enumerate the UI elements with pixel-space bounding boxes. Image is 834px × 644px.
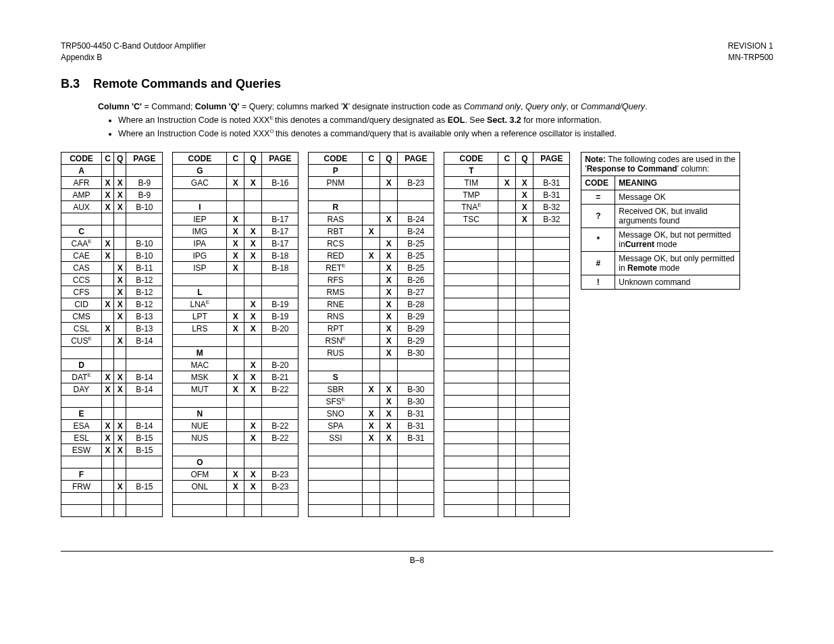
table-row: RSNEXB-29 <box>309 335 434 347</box>
page-cell: B-13 <box>126 323 163 335</box>
intro-bullet-2: Where an Instruction Code is noted XXXO … <box>118 128 773 140</box>
code-cell: RMS <box>309 286 363 298</box>
code-cell <box>444 371 498 383</box>
c-cell <box>498 468 516 481</box>
table-row <box>444 444 570 456</box>
q-cell: X <box>114 383 126 396</box>
table-row <box>444 238 570 250</box>
page-cell: B-14 <box>126 420 163 432</box>
q-cell <box>244 286 262 298</box>
c-cell: X <box>227 481 244 493</box>
c-cell: X <box>102 383 114 396</box>
note-caption: Note: The following codes are used in th… <box>581 153 740 176</box>
q-cell: X <box>244 468 262 481</box>
intro-text: this denotes a command/query designated … <box>275 115 448 125</box>
table-row <box>444 225 570 238</box>
c-cell <box>498 262 516 274</box>
table-row: FRWXB-15 <box>61 481 163 493</box>
table-row <box>444 371 570 383</box>
intro-text: . See <box>465 115 487 125</box>
page-cell: B-28 <box>398 298 434 311</box>
c-cell: X <box>227 213 244 225</box>
c-cell <box>227 335 244 347</box>
q-cell <box>516 165 533 177</box>
code-cell: ISP <box>173 262 227 274</box>
page-cell <box>398 189 434 201</box>
code-cell: RFS <box>309 274 363 286</box>
table-row <box>309 468 434 481</box>
code-cell: L <box>173 286 227 298</box>
page-cell <box>262 444 298 456</box>
table-row <box>173 274 298 286</box>
table-row <box>309 481 434 493</box>
q-cell: X <box>244 250 262 262</box>
c-cell <box>363 371 380 383</box>
q-cell: X <box>114 201 126 213</box>
q-cell <box>516 468 533 481</box>
c-cell <box>227 456 244 468</box>
q-cell <box>114 225 126 238</box>
page-cell <box>533 335 570 347</box>
table-row <box>309 444 434 456</box>
table-row <box>444 262 570 274</box>
table-row: SSIXXB-31 <box>309 432 434 444</box>
q-cell <box>244 347 262 359</box>
page-cell: B-23 <box>262 468 298 481</box>
code-cell <box>444 250 498 262</box>
q-cell <box>380 505 398 517</box>
c-cell <box>363 165 380 177</box>
code-cell <box>61 396 102 408</box>
code-cell: TSC <box>444 213 498 225</box>
q-cell: X <box>244 371 262 383</box>
c-cell <box>363 335 380 347</box>
code-cell <box>444 444 498 456</box>
page-cell: B-10 <box>126 250 163 262</box>
table-row <box>444 298 570 311</box>
table-row: CSLXB-13 <box>61 323 163 335</box>
table-row: SNOXXB-31 <box>309 408 434 420</box>
page-cell <box>533 420 570 432</box>
table-row: PNMXB-23 <box>309 177 434 189</box>
code-cell <box>61 456 102 468</box>
content-area: CODECQPAGEAAFRXXB-9AMPXXB-9AUXXXB-10CCAA… <box>61 152 773 517</box>
c-cell <box>498 408 516 420</box>
header-docnum: MN-TRP500 <box>728 52 773 63</box>
intro-text: . <box>645 102 647 111</box>
q-cell: X <box>380 250 398 262</box>
code-cell: NUS <box>173 432 227 444</box>
q-cell <box>114 347 126 359</box>
q-cell <box>516 481 533 493</box>
code-cell <box>61 347 102 359</box>
table-row: ESAXXB-14 <box>61 420 163 432</box>
c-cell: X <box>363 225 380 238</box>
intro-col-q: Column 'Q' <box>195 102 242 111</box>
c-cell: X <box>227 468 244 481</box>
page-cell: B-12 <box>126 286 163 298</box>
c-cell <box>363 238 380 250</box>
code-cell: CCS <box>61 274 102 286</box>
page-cell: B-25 <box>398 250 434 262</box>
code-cell <box>61 505 102 517</box>
code-cell: TIM <box>444 177 498 189</box>
q-cell: X <box>380 347 398 359</box>
c-cell <box>498 165 516 177</box>
q-cell <box>244 335 262 347</box>
table-row <box>444 383 570 396</box>
page-cell: B-12 <box>126 298 163 311</box>
c-cell <box>363 201 380 213</box>
q-cell <box>516 444 533 456</box>
table-row <box>444 335 570 347</box>
q-cell <box>516 225 533 238</box>
table-row: CIDXXB-12 <box>61 298 163 311</box>
q-cell <box>516 347 533 359</box>
q-cell: X <box>516 177 533 189</box>
code-cell <box>444 286 498 298</box>
intro-text: ' designate instruction code as <box>348 102 464 111</box>
c-cell <box>102 262 114 274</box>
page-cell: B-30 <box>398 396 434 408</box>
note-row: *Message OK, but not permitted inCurrent… <box>581 228 740 252</box>
code-cell <box>444 274 498 286</box>
code-cell: IMG <box>173 225 227 238</box>
note-code-cell: ! <box>581 275 615 290</box>
c-cell: X <box>102 238 114 250</box>
